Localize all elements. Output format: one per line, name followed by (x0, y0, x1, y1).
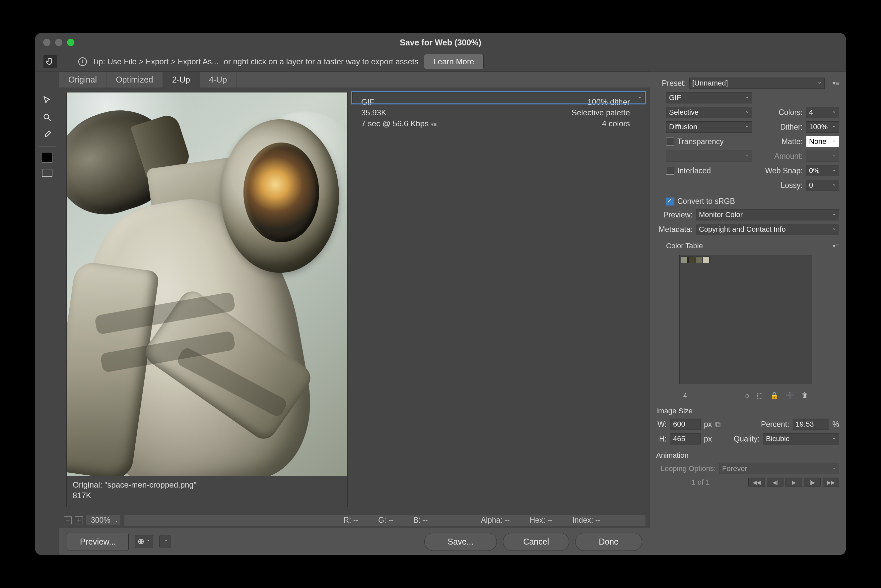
transparency-label: Transparency (677, 137, 724, 146)
interlaced-label: Interlaced (677, 166, 711, 176)
preview-pane-optimized[interactable]: GIF 35.93K 7 sec @ 56.6 Kbps ▾≡ 100% dit… (352, 92, 645, 104)
download-speed-menu-icon[interactable]: ▾≡ (431, 122, 436, 127)
slice-select-tool[interactable] (41, 93, 54, 107)
tip-text-prefix: Tip: Use File > Export > Export As... (92, 57, 219, 66)
preset-label: Preset: (656, 79, 686, 88)
opt-format: GIF (361, 97, 436, 107)
color-reduction-select[interactable]: Selective (666, 107, 752, 118)
interlaced-checkbox[interactable] (666, 167, 674, 175)
image-size-header: Image Size (656, 407, 839, 415)
lossy-select[interactable]: 0 (806, 180, 839, 191)
preview-label: Preview: (656, 210, 693, 219)
px-unit: px (704, 435, 712, 444)
preview-browser-select[interactable] (135, 535, 153, 548)
cancel-button[interactable]: Cancel (503, 532, 569, 551)
opt-size: 35.93K (361, 107, 436, 118)
learn-more-button[interactable]: Learn More (424, 54, 484, 69)
hand-icon (45, 57, 55, 66)
color-swatch[interactable] (696, 256, 702, 263)
last-frame-button[interactable]: ▶▶ (822, 478, 839, 487)
percent-unit: % (833, 420, 839, 429)
preview-button[interactable]: Preview... (67, 532, 129, 551)
shift-websafe-icon[interactable]: ⬚ (756, 392, 763, 399)
height-input[interactable] (670, 433, 701, 444)
height-label: H: (656, 435, 667, 444)
convert-srgb-checkbox[interactable] (666, 198, 674, 206)
lock-color-icon[interactable]: 🔒 (770, 392, 779, 399)
dither-amount-select[interactable]: 100% (806, 121, 839, 133)
color-swatch[interactable] (681, 256, 688, 263)
eyedropper-icon (42, 130, 52, 139)
looping-label: Looping Options: (656, 464, 716, 473)
original-size: 817K (73, 490, 196, 501)
status-bar: R: -- G: -- B: -- Alpha: -- Hex: -- Inde… (125, 515, 645, 526)
eyedropper-color-swatch[interactable] (42, 152, 53, 163)
lossy-label: Lossy: (781, 181, 803, 190)
convert-srgb-label: Convert to sRGB (677, 197, 735, 206)
preset-select[interactable]: [Unnamed] (689, 78, 825, 89)
preview-pane-original[interactable]: Original: "space-men-cropped.png" 817K (66, 92, 347, 507)
frame-indicator: 1 of 1 (656, 478, 745, 487)
prev-frame-button[interactable]: ◀| (767, 478, 783, 487)
pointer-icon (42, 96, 52, 105)
toggle-slices-visibility[interactable] (42, 169, 53, 177)
animation-header: Animation (656, 451, 839, 460)
width-input[interactable] (670, 418, 701, 430)
new-color-icon[interactable]: ➕ (786, 392, 794, 399)
opt-dither-info: 100% dither (571, 97, 630, 107)
preset-menu-icon[interactable]: ▾≡ (833, 80, 839, 87)
color-table-menu-icon[interactable]: ▾≡ (833, 242, 839, 250)
percent-input[interactable] (793, 418, 829, 430)
status-r: R: -- (344, 516, 359, 525)
percent-label: Percent: (761, 420, 789, 429)
metadata-label: Metadata: (656, 225, 693, 234)
matte-select[interactable]: None (806, 136, 839, 147)
dither-algorithm-select[interactable]: Diffusion (666, 121, 752, 133)
tip-bar: i Tip: Use File > Export > Export As... … (35, 52, 846, 72)
preview-browser-menu[interactable] (159, 535, 171, 548)
websnap-select[interactable]: 0% (806, 165, 839, 176)
color-swatch[interactable] (688, 256, 695, 263)
original-image-preview[interactable] (67, 93, 347, 476)
zoom-level-select[interactable]: 300%⌄ (86, 515, 120, 525)
play-button[interactable]: ▶ (785, 478, 802, 487)
colors-select[interactable]: 4 (806, 107, 839, 118)
original-filename: Original: "space-men-cropped.png" (73, 480, 196, 490)
delete-color-icon[interactable]: 🗑 (801, 392, 808, 399)
color-table[interactable] (680, 255, 812, 384)
constrain-proportions-icon[interactable]: ⧉ (715, 420, 720, 429)
minus-icon[interactable]: − (64, 516, 72, 524)
save-for-web-dialog: Save for Web (300%) i Tip: Use File > Ex… (35, 33, 846, 555)
transparency-dither-amount (806, 150, 839, 162)
metadata-select[interactable]: Copyright and Contact Info (696, 224, 839, 235)
colors-label: Colors: (779, 108, 803, 117)
width-label: W: (656, 420, 667, 429)
save-button[interactable]: Save... (424, 532, 497, 551)
format-select[interactable]: GIF (666, 92, 752, 104)
opt-download-time: 7 sec @ 56.6 Kbps ▾≡ (361, 118, 436, 129)
status-index: Index: -- (573, 516, 600, 525)
plus-icon[interactable]: + (75, 516, 83, 524)
map-transparent-icon[interactable]: ◇ (744, 392, 749, 399)
looping-select: Forever (719, 463, 839, 474)
quality-select[interactable]: Bicubic (763, 433, 839, 444)
next-frame-button[interactable]: |▶ (804, 478, 821, 487)
settings-panel: Preset: [Unnamed] ▾≡ GIF Selective Color… (650, 72, 846, 555)
tab-4up[interactable]: 4-Up (200, 72, 236, 87)
done-button[interactable]: Done (575, 532, 642, 551)
amount-label: Amount: (774, 152, 803, 161)
preview-colorspace-select[interactable]: Monitor Color (696, 209, 839, 220)
transparency-checkbox[interactable] (666, 138, 674, 146)
info-icon: i (78, 57, 87, 66)
first-frame-button[interactable]: ◀◀ (748, 478, 765, 487)
tab-original[interactable]: Original (59, 72, 107, 87)
tab-optimized[interactable]: Optimized (107, 72, 163, 87)
eyedropper-tool[interactable] (41, 128, 54, 141)
tab-2up[interactable]: 2-Up (163, 72, 200, 87)
zoom-tool[interactable] (41, 111, 54, 124)
hand-tool[interactable] (44, 55, 57, 68)
tool-column (35, 72, 59, 555)
color-swatch[interactable] (703, 256, 710, 263)
websnap-label: Web Snap: (765, 166, 803, 176)
dither-label: Dither: (780, 123, 803, 132)
